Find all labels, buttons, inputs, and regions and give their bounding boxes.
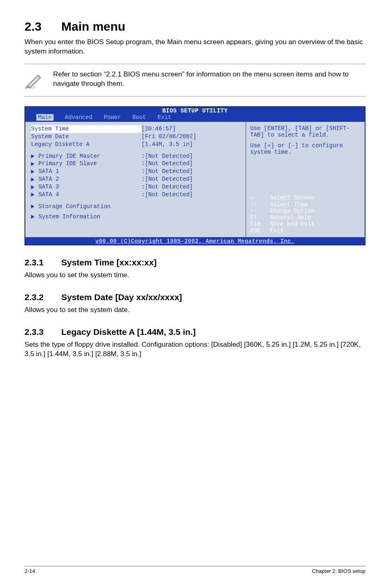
bios-drive-label: Primary IDE Slave (38, 160, 141, 168)
subsection-number: 2.3.2 (25, 292, 61, 302)
bios-key-sym: +- (250, 208, 270, 214)
footer-page-number: 2-14 (25, 568, 35, 574)
bios-drive-row[interactable]: SATA 2:[Not Detected] (25, 175, 246, 183)
triangle-icon (31, 215, 34, 219)
footer-chapter: Chapter 2: BIOS setup (312, 568, 365, 574)
subsection-title: System Time [xx:xx:xx] (61, 258, 157, 267)
bios-screenshot: BIOS SETUP UTILITY Main Advanced Power B… (25, 106, 365, 245)
bios-field-value: [20:46:57] (141, 125, 176, 133)
bios-help-text: Use [+] or [-] to configure system time. (250, 142, 361, 155)
subsection-body: Allows you to set the system date. (25, 305, 365, 315)
triangle-icon (31, 204, 34, 209)
bios-copyright: v00.00 (C)Copyright 1985-2002, American … (25, 238, 365, 245)
subsection-body: Sets the type of floppy drive installed.… (25, 340, 365, 359)
bios-drive-value: :[Not Detected] (141, 175, 193, 183)
bios-field-row[interactable]: Legacy Diskette A [1.44M, 3.5 in] (25, 141, 246, 148)
bios-field-label: System Time (31, 125, 141, 133)
bios-key-text: Select Screen (270, 195, 314, 201)
triangle-icon (31, 162, 34, 166)
bios-key-text: Select Item (270, 201, 307, 208)
section-title-text: Main menu (61, 20, 126, 33)
bios-key-text: Save and Exit (270, 221, 314, 227)
bios-key-text: Exit (270, 227, 284, 234)
subsection-number: 2.3.1 (25, 258, 61, 267)
bios-drive-value: :[Not Detected] (141, 153, 193, 160)
bios-field-row[interactable]: System Date [Fri 02/08/2002] (25, 133, 246, 141)
subsection-heading: 2.3.2System Date [Day xx/xx/xxxx] (25, 292, 365, 302)
triangle-icon (31, 193, 34, 197)
section-heading: 2.3Main menu (25, 20, 365, 34)
triangle-icon (31, 177, 34, 182)
bios-help-panel: Use [ENTER], [TAB] or [SHIFT-TAB] to sel… (246, 121, 365, 238)
bios-title: BIOS SETUP UTILITY (25, 107, 365, 114)
bios-menu-boot[interactable]: Boot (132, 114, 146, 121)
bios-drive-row[interactable]: Primary IDE Slave:[Not Detected] (25, 160, 246, 168)
bios-menu-power[interactable]: Power (104, 114, 121, 121)
page-footer: 2-14 Chapter 2: BIOS setup (25, 566, 365, 574)
subsection-heading: 2.3.3Legacy Diskette A [1.44M, 3.5 in.] (25, 327, 365, 337)
bios-field-label: Legacy Diskette A (31, 141, 141, 148)
bios-submenu-row[interactable]: Storage Configuration (25, 203, 246, 211)
bios-menu-main[interactable]: Main (36, 114, 54, 121)
subsection-number: 2.3.3 (25, 327, 61, 337)
section-intro: When you enter the BIOS Setup program, t… (25, 38, 365, 56)
bios-drive-row[interactable]: Primary IDE Master:[Not Detected] (25, 153, 246, 160)
subsection-heading: 2.3.1System Time [xx:xx:xx] (25, 258, 365, 267)
bios-help-text: Use [ENTER], [TAB] or [SHIFT-TAB] to sel… (250, 125, 361, 138)
bios-submenu-row[interactable]: System Information (25, 213, 246, 221)
bios-drive-value: :[Not Detected] (141, 160, 193, 168)
bios-submenu-label: Storage Configuration (38, 203, 110, 211)
note-text: Refer to section “2.2.1 BIOS menu screen… (53, 70, 365, 89)
bios-field-label: System Date (31, 133, 141, 141)
bios-drive-label: Primary IDE Master (38, 153, 141, 160)
section-number: 2.3 (25, 20, 61, 34)
triangle-icon (31, 154, 34, 158)
bios-drive-label: SATA 2 (38, 175, 141, 183)
bios-drive-value: :[Not Detected] (141, 183, 193, 191)
bios-key-sym: ESC (250, 227, 270, 234)
bios-field-value: [Fri 02/08/2002] (141, 133, 196, 141)
subsection-title: System Date [Day xx/xx/xxxx] (61, 292, 182, 302)
bios-key-sym: F10 (250, 221, 270, 227)
bios-key-text: Change Option (270, 208, 314, 214)
bios-drive-label: SATA 1 (38, 168, 141, 175)
bios-key-sym: ↑↓ (250, 201, 270, 208)
bios-key-sym: ↔ (250, 195, 270, 201)
bios-key-text: General Help (270, 214, 311, 221)
triangle-icon (31, 170, 34, 174)
triangle-icon (31, 185, 34, 189)
bios-drive-label: SATA 3 (38, 183, 141, 191)
bios-field-value: [1.44M, 3.5 in] (141, 141, 193, 148)
bios-submenu-label: System Information (38, 213, 100, 221)
bios-key-sym: F1 (250, 214, 270, 221)
subsection-body: Allows you to set the system time. (25, 271, 365, 280)
bios-main-panel: System Time [20:46:57] System Date [Fri … (25, 121, 246, 238)
bios-drive-row[interactable]: SATA 4:[Not Detected] (25, 191, 246, 199)
bios-drive-value: :[Not Detected] (141, 168, 193, 175)
bios-menu-exit[interactable]: Exit (157, 114, 171, 121)
bios-menu-advanced[interactable]: Advanced (65, 114, 92, 121)
pencil-icon (25, 70, 43, 90)
bios-drive-row[interactable]: SATA 1:[Not Detected] (25, 168, 246, 175)
bios-drive-label: SATA 4 (38, 191, 141, 199)
bios-drive-row[interactable]: SATA 3:[Not Detected] (25, 183, 246, 191)
note-box: Refer to section “2.2.1 BIOS menu screen… (25, 64, 365, 97)
subsection-title: Legacy Diskette A [1.44M, 3.5 in.] (61, 327, 196, 337)
bios-key-legend: ↔Select Screen ↑↓Select Item +-Change Op… (250, 195, 361, 234)
bios-menubar: Main Advanced Power Boot Exit (25, 114, 365, 121)
bios-field-row[interactable]: System Time [20:46:57] (25, 125, 246, 133)
bios-drive-value: :[Not Detected] (141, 191, 193, 199)
